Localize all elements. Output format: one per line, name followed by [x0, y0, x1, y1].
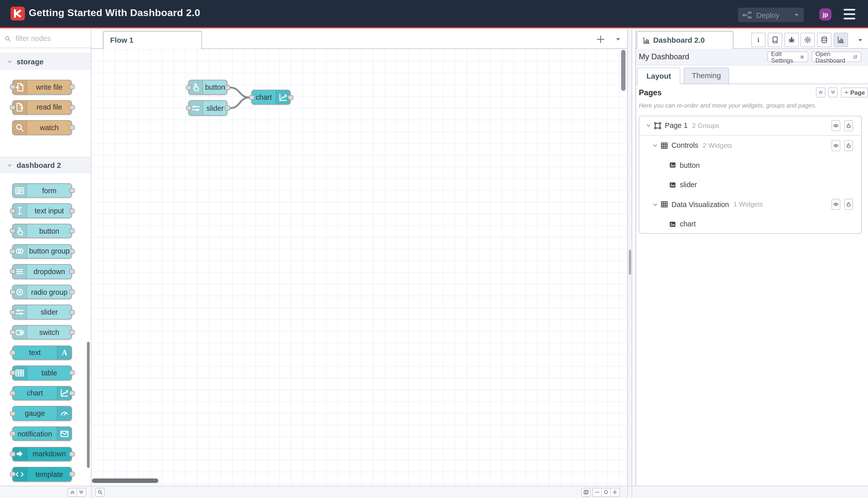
output-port[interactable] — [69, 289, 74, 294]
input-port[interactable] — [10, 370, 15, 376]
tree-row-button[interactable]: button — [639, 155, 862, 175]
visibility-toggle-button[interactable] — [831, 120, 840, 131]
palette-scrollbar[interactable] — [86, 342, 90, 468]
input-port[interactable] — [10, 105, 15, 110]
output-port[interactable] — [69, 472, 74, 477]
input-port[interactable] — [186, 85, 191, 90]
node-radio-group[interactable]: radio group — [12, 285, 72, 299]
input-port[interactable] — [10, 228, 15, 234]
deploy-button[interactable]: Deploy — [738, 8, 804, 22]
flow-tab[interactable]: Flow 1 — [103, 31, 202, 49]
open-dashboard-button[interactable]: Open Dashboard — [812, 52, 861, 62]
input-port[interactable] — [10, 391, 15, 396]
chevron-down-icon[interactable] — [653, 143, 658, 148]
input-port[interactable] — [10, 289, 15, 294]
sidebar-tool-info-icon[interactable]: i — [751, 32, 765, 47]
visibility-toggle-button[interactable] — [831, 199, 840, 210]
user-avatar[interactable]: jp — [819, 8, 831, 20]
output-port[interactable] — [69, 310, 74, 315]
node-button[interactable]: button — [12, 224, 72, 238]
lock-toggle-button[interactable] — [844, 199, 853, 210]
node-slider[interactable]: slider — [188, 100, 227, 116]
input-port[interactable] — [10, 431, 15, 436]
palette-category-storage[interactable]: storage — [0, 53, 91, 70]
output-port[interactable] — [69, 269, 74, 274]
input-port[interactable] — [10, 451, 15, 457]
input-port[interactable] — [10, 411, 15, 416]
sidebar-tool-bug-icon[interactable] — [784, 32, 798, 47]
sidebar-tool-layers-icon[interactable] — [817, 32, 831, 47]
main-menu-button[interactable] — [844, 9, 855, 19]
node-table[interactable]: table — [12, 366, 72, 380]
output-port[interactable] — [69, 105, 74, 110]
input-port[interactable] — [249, 95, 254, 100]
tab-theming[interactable]: Theming — [684, 67, 729, 84]
output-port[interactable] — [69, 188, 74, 193]
zoom-reset-button[interactable] — [602, 488, 611, 497]
chevron-down-icon[interactable] — [653, 202, 658, 207]
canvas-vertical-scrollbar[interactable] — [621, 50, 626, 90]
output-port[interactable] — [69, 370, 74, 376]
node-dropdown[interactable]: dropdown — [12, 264, 72, 279]
lock-toggle-button[interactable] — [844, 140, 853, 151]
input-port[interactable] — [10, 269, 15, 274]
node-button-group[interactable]: button group — [12, 244, 72, 259]
palette-collapse-button[interactable] — [68, 488, 77, 497]
node-chart[interactable]: chart — [12, 386, 72, 401]
node-chart[interactable]: chart — [251, 90, 291, 105]
input-port[interactable] — [10, 330, 15, 335]
node-form[interactable]: form — [12, 183, 72, 198]
palette-search[interactable] — [0, 29, 91, 48]
sidebar-tool-gear-icon[interactable] — [801, 32, 815, 47]
output-port[interactable] — [69, 125, 74, 130]
node-notification[interactable]: notification — [12, 427, 72, 441]
output-port[interactable] — [288, 95, 293, 100]
sidebar-tool-book-icon[interactable] — [768, 32, 782, 47]
move-page-up-button[interactable] — [816, 87, 825, 97]
tree-row-Page-1[interactable]: Page 12 Groups — [639, 116, 862, 136]
node-button[interactable]: button — [188, 80, 227, 95]
palette-expand-button[interactable] — [77, 488, 86, 497]
output-port[interactable] — [69, 208, 74, 213]
edit-settings-button[interactable]: Edit Settings — [767, 52, 808, 62]
node-write-file[interactable]: write file — [12, 80, 72, 94]
node-markdown[interactable]: markdown — [12, 447, 72, 461]
node-slider[interactable]: slider — [12, 305, 72, 319]
canvas-search-button[interactable] — [95, 488, 105, 497]
add-page-button[interactable]: Page — [841, 87, 868, 97]
deploy-caret-icon[interactable] — [794, 12, 799, 17]
flow-canvas[interactable]: buttonsliderchart — [91, 49, 627, 485]
input-port[interactable] — [10, 472, 15, 477]
input-port[interactable] — [10, 85, 15, 90]
navigator-button[interactable] — [581, 488, 590, 497]
tree-row-chart[interactable]: chart — [639, 214, 862, 233]
node-watch[interactable]: watch — [12, 120, 72, 135]
flow-list-button[interactable] — [615, 36, 621, 42]
node-read-file[interactable]: read file — [12, 100, 72, 115]
sidebar-menu-caret-icon[interactable] — [857, 37, 863, 42]
zoom-in-button[interactable] — [611, 488, 619, 497]
palette-category-dashboard-2[interactable]: dashboard 2 — [0, 157, 91, 173]
output-port[interactable] — [225, 106, 230, 110]
tree-row-Controls[interactable]: Controls2 Widgets — [639, 136, 862, 155]
sidebar-tab-dashboard[interactable]: Dashboard 2.0 — [637, 31, 734, 49]
chevron-down-icon[interactable] — [646, 123, 651, 128]
node-template[interactable]: template — [12, 467, 72, 482]
canvas-horizontal-scrollbar[interactable] — [92, 478, 158, 483]
input-port[interactable] — [10, 208, 15, 213]
output-port[interactable] — [69, 330, 74, 335]
tab-layout[interactable]: Layout — [637, 67, 680, 84]
input-port[interactable] — [186, 106, 191, 110]
node-text[interactable]: Atext — [12, 345, 72, 360]
lock-toggle-button[interactable] — [844, 120, 853, 131]
output-port[interactable] — [69, 228, 74, 234]
node-gauge[interactable]: gauge — [12, 406, 72, 421]
strip-scrollbar-thumb[interactable] — [629, 249, 631, 274]
output-port[interactable] — [69, 391, 74, 396]
visibility-toggle-button[interactable] — [831, 140, 840, 151]
output-port[interactable] — [69, 249, 74, 254]
node-text-input[interactable]: text input — [12, 204, 72, 218]
add-flow-button[interactable] — [596, 35, 605, 43]
tree-row-Data-Visualization[interactable]: Data Visualization1 Widgets — [639, 195, 862, 214]
palette-filter-input[interactable] — [14, 34, 86, 43]
